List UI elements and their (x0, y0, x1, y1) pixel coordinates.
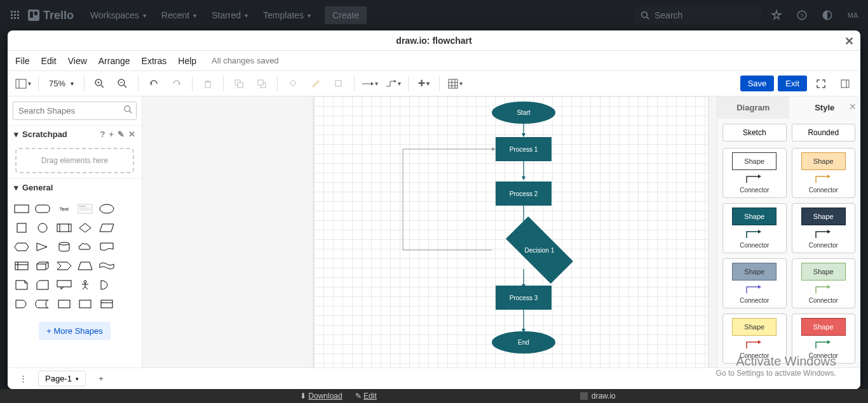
shape-note[interactable] (11, 276, 32, 294)
shape-tape[interactable] (97, 257, 117, 275)
add-page-icon[interactable]: + (91, 369, 111, 389)
edit-link[interactable]: Edit (363, 392, 377, 400)
style-preset-3[interactable]: Shape Connector (792, 203, 856, 253)
shape-rectangle[interactable] (11, 200, 32, 218)
general-header[interactable]: ▾ General (8, 178, 142, 196)
scratchpad-header[interactable]: ▾ Scratchpad ? + ✎ ✕ (8, 125, 142, 143)
format-panel-icon[interactable] (835, 74, 855, 94)
table-icon[interactable] (445, 74, 465, 94)
to-back-icon[interactable] (252, 74, 272, 94)
zoom-in-icon[interactable] (90, 74, 110, 94)
shape-text[interactable]: Text (54, 200, 74, 218)
sketch-toggle[interactable]: Sketch (722, 124, 787, 142)
menu-view[interactable]: View (68, 56, 87, 66)
shape-cube[interactable] (33, 257, 53, 275)
create-button[interactable]: Create (325, 6, 367, 24)
scratchpad-dropzone[interactable]: Drag elements here (15, 148, 134, 173)
close-icon[interactable]: ✕ (844, 34, 854, 48)
redo-icon[interactable] (166, 74, 187, 94)
tab-diagram[interactable]: Diagram (717, 96, 789, 119)
waypoint-icon[interactable] (383, 74, 403, 94)
avatar[interactable]: MA (843, 5, 863, 25)
shape-step[interactable] (54, 257, 74, 275)
style-preset-7[interactable]: Shape Connector (792, 314, 856, 364)
exit-button[interactable]: Exit (778, 76, 807, 91)
connection-icon[interactable] (360, 74, 380, 94)
shape-trapezoid[interactable] (76, 257, 96, 275)
scratchpad-help-icon[interactable]: ? (100, 129, 105, 139)
node-process-3[interactable]: Process 3 (496, 286, 552, 310)
shape-card[interactable] (33, 276, 53, 294)
shape-or[interactable] (97, 276, 117, 294)
panel-close-icon[interactable]: ✕ (849, 102, 857, 112)
apps-menu-icon[interactable] (5, 5, 25, 25)
node-process-1[interactable]: Process 1 (496, 137, 552, 161)
menu-help[interactable]: Help (178, 56, 196, 66)
shape-cylinder[interactable] (54, 238, 74, 256)
shape-actor[interactable] (76, 276, 96, 294)
node-start[interactable]: Start (492, 102, 555, 124)
shape-triangle[interactable] (33, 238, 53, 256)
nav-starred[interactable]: Starred (205, 6, 254, 24)
shape-internal-storage[interactable] (11, 257, 32, 275)
shape-parallelogram[interactable] (97, 219, 117, 237)
shape-container2[interactable] (76, 295, 96, 313)
nav-workspaces[interactable]: Workspaces (84, 6, 153, 24)
style-preset-6[interactable]: Shape Connector (722, 314, 787, 364)
canvas[interactable]: Start Process 1 Process 2 Decision 1 Pro… (142, 96, 717, 367)
download-link[interactable]: Download (308, 392, 342, 400)
shape-cloud[interactable] (76, 238, 96, 256)
view-mode-button[interactable] (13, 74, 33, 94)
shape-callout[interactable] (54, 276, 74, 294)
shape-rounded-rect[interactable] (33, 200, 53, 218)
save-button[interactable]: Save (740, 76, 775, 91)
undo-icon[interactable] (144, 74, 164, 94)
shape-container3[interactable] (97, 295, 117, 313)
shape-container[interactable] (54, 295, 74, 313)
zoom-select[interactable]: 75% (44, 76, 79, 91)
style-preset-5[interactable]: Shape Connector (792, 258, 856, 308)
insert-icon[interactable]: + (414, 74, 434, 94)
menu-arrange[interactable]: Arrange (98, 56, 130, 66)
scratchpad-add-icon[interactable]: + (109, 129, 114, 139)
scratchpad-close-icon[interactable]: ✕ (128, 129, 135, 139)
style-preset-4[interactable]: Shape Connector (722, 258, 787, 308)
style-preset-2[interactable]: Shape Connector (722, 203, 787, 253)
shape-diamond[interactable] (76, 219, 96, 237)
fullscreen-icon[interactable] (811, 74, 831, 94)
shadow-icon[interactable] (329, 74, 349, 94)
search-shapes-input[interactable] (13, 102, 137, 120)
style-preset-1[interactable]: Shape Connector (792, 148, 856, 198)
theme-icon[interactable] (817, 5, 837, 25)
fill-color-icon[interactable] (283, 74, 303, 94)
shape-document[interactable] (97, 238, 117, 256)
line-color-icon[interactable] (306, 74, 326, 94)
pages-menu-icon[interactable]: ⋮ (13, 369, 33, 389)
search-icon[interactable] (124, 105, 133, 117)
shape-textbox[interactable] (76, 200, 96, 218)
menu-edit[interactable]: Edit (41, 56, 57, 66)
delete-icon[interactable] (198, 74, 218, 94)
shape-square[interactable] (11, 219, 32, 237)
canvas-page[interactable]: Start Process 1 Process 2 Decision 1 Pro… (314, 96, 708, 367)
page-tab-1[interactable]: Page-1▾ (38, 371, 86, 386)
more-shapes-button[interactable]: + More Shapes (39, 322, 111, 340)
help-icon[interactable]: ? (792, 5, 812, 25)
notifications-icon[interactable] (766, 5, 787, 25)
style-preset-0[interactable]: Shape Connector (722, 148, 787, 198)
shape-and[interactable] (11, 295, 32, 313)
scratchpad-edit-icon[interactable]: ✎ (118, 129, 125, 139)
nav-recent[interactable]: Recent (155, 6, 203, 24)
node-process-2[interactable]: Process 2 (496, 182, 552, 206)
rounded-toggle[interactable]: Rounded (792, 124, 856, 142)
node-end[interactable]: End (492, 331, 555, 353)
shape-data-storage[interactable] (33, 295, 53, 313)
trello-logo[interactable]: Trello (28, 9, 74, 22)
menu-file[interactable]: File (15, 56, 30, 66)
menu-extras[interactable]: Extras (142, 56, 167, 66)
shape-hexagon[interactable] (11, 238, 32, 256)
nav-templates[interactable]: Templates (257, 6, 317, 24)
trello-search[interactable]: Search (634, 6, 761, 24)
to-front-icon[interactable] (229, 74, 249, 94)
shape-ellipse[interactable] (97, 200, 117, 218)
